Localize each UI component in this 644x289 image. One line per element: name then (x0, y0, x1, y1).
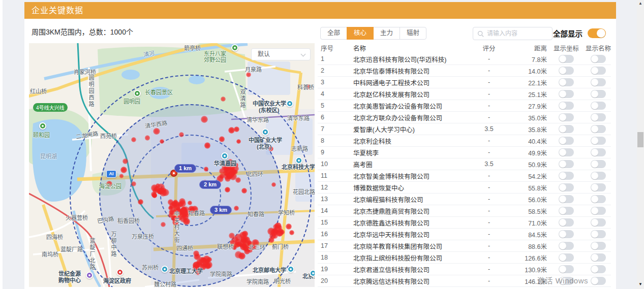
show-name-toggle[interactable] (591, 242, 606, 250)
show-name-toggle[interactable] (591, 90, 606, 98)
place-icon (221, 152, 228, 159)
coord-toggle-cell (547, 195, 586, 203)
show-all-label: 全部显示 (553, 28, 582, 39)
show-name-toggle[interactable] (591, 67, 606, 75)
scrollbar-down-arrow[interactable]: ▼ (637, 282, 644, 288)
search-input[interactable] (487, 30, 548, 37)
score-value: - (474, 231, 504, 238)
company-location-dot (204, 167, 209, 172)
name-toggle-cell (586, 172, 611, 180)
show-name-toggle[interactable] (591, 78, 606, 86)
show-coord-toggle[interactable] (559, 230, 574, 238)
coord-toggle-cell (547, 148, 586, 156)
distance-value: 49.9米 (504, 148, 547, 157)
show-coord-toggle[interactable] (559, 253, 574, 262)
distance-value: 14.0米 (504, 66, 547, 76)
show-name-toggle[interactable] (591, 125, 606, 133)
row-index: 18 (321, 254, 353, 261)
show-coord-toggle[interactable] (559, 125, 574, 133)
show-coord-toggle[interactable] (559, 148, 574, 156)
map-label: 北四环 (247, 170, 263, 178)
row-index: 9 (321, 149, 353, 156)
show-coord-toggle[interactable] (559, 183, 574, 191)
score-value: 3.5 (474, 160, 504, 168)
scrollbar-thumb[interactable] (637, 132, 643, 147)
show-coord-toggle[interactable] (559, 55, 574, 63)
company-name: 中科网通电子工程技术公司 (353, 78, 474, 87)
row-index: 7 (321, 125, 353, 133)
show-name-toggle[interactable] (591, 207, 606, 215)
distance-value: 126.6米 (504, 253, 547, 263)
show-coord-toggle[interactable] (559, 67, 574, 75)
table-row: 16北京华远中天科技有限公司-84.5米 (318, 229, 611, 240)
company-location-dot (179, 132, 184, 137)
filter-tab-核心[interactable]: 核心 (347, 27, 374, 40)
row-index: 4 (321, 90, 353, 98)
scrollbar[interactable]: ▲ ▼ (637, 0, 644, 289)
show-coord-toggle[interactable] (559, 195, 574, 203)
name-toggle-cell (586, 253, 611, 262)
show-name-toggle[interactable] (591, 172, 606, 180)
show-name-toggle[interactable] (591, 253, 606, 262)
map-label: 昆明湖 (40, 152, 57, 160)
show-name-toggle[interactable] (591, 55, 606, 63)
show-name-toggle[interactable] (591, 265, 606, 273)
show-name-toggle[interactable] (591, 183, 606, 191)
row-index: 3 (321, 79, 353, 86)
score-value: - (474, 254, 504, 261)
map-label: 万泉庄桥 (132, 232, 154, 240)
filter-tab-辐射[interactable]: 辐射 (400, 27, 426, 40)
filter-tab-主力[interactable]: 主力 (373, 27, 400, 40)
ring-distance-badge-3: 3 km (210, 206, 232, 214)
map-label: 联想桥 (217, 242, 234, 250)
show-name-toggle[interactable] (591, 113, 606, 121)
coord-toggle-cell (547, 67, 586, 75)
show-name-toggle[interactable] (591, 230, 606, 238)
show-name-toggle[interactable] (591, 195, 606, 203)
company-name: 北京赵亿科技发展有限公司 (353, 89, 474, 99)
company-location-dot (204, 263, 211, 269)
map-label: 郊野公园 (204, 55, 226, 63)
show-coord-toggle[interactable] (559, 137, 574, 145)
show-coord-toggle[interactable] (559, 90, 574, 98)
map-label: 北京理工大学 (169, 267, 203, 275)
show-name-toggle[interactable] (591, 277, 606, 285)
university-icon (295, 157, 302, 164)
name-toggle-cell (586, 148, 611, 156)
row-index: 2 (321, 67, 353, 74)
map-label: 知春路 (248, 210, 264, 218)
show-coord-toggle[interactable] (559, 265, 574, 273)
show-coord-toggle[interactable] (559, 160, 574, 168)
show-coord-toggle[interactable] (559, 242, 574, 250)
show-coord-toggle[interactable] (559, 113, 574, 121)
map-canvas[interactable]: 清河箭亭桥东升八家郊野公园月泉路肖家河桥圆明园西路红山桥科荟桥圆明园长春园景区中… (29, 43, 315, 287)
show-name-toggle[interactable] (591, 148, 606, 156)
show-name-toggle[interactable] (591, 102, 606, 110)
score-value: - (474, 172, 504, 179)
row-index: 20 (321, 277, 353, 284)
company-location-dot (219, 136, 225, 142)
map-label: 南坞桥 (42, 250, 58, 258)
show-coord-toggle[interactable] (559, 78, 574, 86)
show-name-toggle[interactable] (591, 218, 606, 227)
filter-tab-全部[interactable]: 全部 (320, 27, 347, 40)
row-index: 5 (321, 102, 353, 109)
distance-value: 84.5米 (504, 230, 547, 239)
row-index: 16 (321, 231, 353, 238)
show-coord-toggle[interactable] (559, 102, 574, 110)
show-all-toggle[interactable] (588, 28, 606, 38)
company-name: 北京腾远信达科技有限公司 (353, 276, 474, 286)
show-coord-toggle[interactable] (559, 218, 574, 227)
company-name: 博雅数据恢复中心 (353, 183, 474, 192)
show-name-toggle[interactable] (591, 160, 606, 168)
map-style-dropdown[interactable]: 默认 (251, 48, 311, 60)
show-coord-toggle[interactable] (559, 172, 574, 180)
park-icon (231, 44, 238, 51)
metro-line-badge: 4号线大兴线 (33, 103, 68, 112)
show-coord-toggle[interactable] (559, 207, 574, 215)
show-name-toggle[interactable] (591, 137, 606, 145)
show-all-control: 全部显示 (553, 28, 606, 39)
scrollbar-up-arrow[interactable]: ▲ (637, 1, 644, 7)
distance-value: 22.1米 (504, 78, 547, 87)
distance-value: 58.5米 (504, 206, 547, 216)
